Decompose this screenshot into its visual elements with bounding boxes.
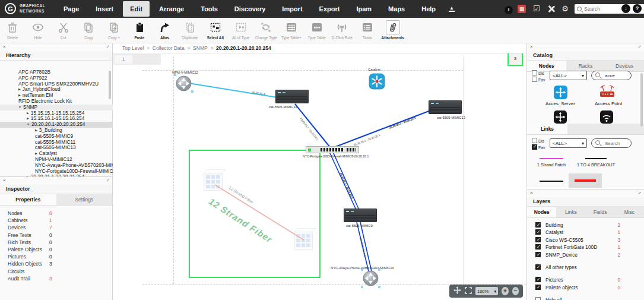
layer-count[interactable]: 0 bbox=[617, 276, 620, 283]
copy-button[interactable]: Copy bbox=[76, 18, 101, 43]
tree-item[interactable]: APC AP7802B bbox=[0, 70, 113, 75]
menu-maps[interactable]: Maps bbox=[381, 1, 412, 17]
catalog-search[interactable] bbox=[591, 71, 632, 80]
links-search-input[interactable] bbox=[604, 140, 627, 147]
type-table-button[interactable]: Type Table bbox=[304, 18, 329, 43]
attachments-button[interactable]: Attachments bbox=[380, 18, 405, 43]
count-value[interactable]: 6 bbox=[49, 210, 52, 217]
hierarchy-scrollbar[interactable] bbox=[109, 71, 111, 99]
tab-links[interactable]: Links bbox=[527, 124, 567, 134]
download-icon[interactable]: ↓ bbox=[621, 4, 630, 13]
display-checkbox[interactable]: Dis bbox=[532, 70, 544, 75]
tree-item-snmp[interactable]: SNMP bbox=[0, 105, 113, 110]
count-value[interactable]: 1 bbox=[49, 217, 52, 224]
delete-button[interactable]: Delete bbox=[0, 18, 26, 43]
tree-item[interactable]: 3_Building bbox=[0, 128, 113, 134]
favorites-checkbox[interactable]: Fav bbox=[532, 144, 545, 150]
layer-checkbox[interactable] bbox=[535, 229, 541, 235]
menu-arrange[interactable]: Arrange bbox=[152, 1, 191, 17]
layer-checkbox[interactable] bbox=[535, 264, 541, 270]
link-swatch-partial-red[interactable] bbox=[575, 179, 596, 182]
layer-checkbox[interactable] bbox=[535, 297, 541, 300]
tree-item[interactable]: NYC-Fortigate100D-Firewall-MIMIC8-20.20.… bbox=[0, 169, 113, 175]
display-checkbox[interactable]: Dis bbox=[532, 138, 544, 143]
layer-count[interactable]: 0 bbox=[617, 284, 620, 291]
selection-count-badge[interactable]: 3 bbox=[507, 52, 523, 66]
layer-count[interactable]: 1 bbox=[617, 244, 620, 251]
tab-layers-fields[interactable]: Fields bbox=[586, 207, 615, 217]
close-icon[interactable]: × bbox=[3, 178, 6, 183]
tree-item[interactable]: NYC-Avaya-Phone-AVB570203-MIMIC10 bbox=[0, 163, 113, 169]
menu-help[interactable]: Help bbox=[414, 1, 443, 17]
selection-handle[interactable] bbox=[191, 90, 193, 93]
menu-insert[interactable]: Insert bbox=[88, 1, 120, 17]
tree-item[interactable]: APC AP7922 bbox=[0, 75, 113, 81]
layer-count[interactable]: 3 bbox=[617, 236, 620, 244]
router-node-npm[interactable] bbox=[176, 75, 192, 94]
alias-button[interactable]: Alias bbox=[152, 18, 177, 43]
tree-item[interactable]: cat-5505-MIMIC11 bbox=[0, 140, 113, 146]
tree-item[interactable]: NPM-V-MIMIC12 bbox=[0, 157, 113, 163]
layer-checkbox[interactable] bbox=[535, 237, 541, 242]
zoom-out-button[interactable]: − bbox=[512, 287, 519, 295]
menu-import[interactable]: Import bbox=[275, 1, 309, 17]
zoom-level-select[interactable]: 100%▾ bbox=[475, 287, 498, 295]
tree-item[interactable]: 15.15.15.1-15.15.15.254 bbox=[0, 110, 113, 116]
tab-devices[interactable]: Devices bbox=[605, 61, 644, 71]
catalog-scrollbar[interactable] bbox=[640, 73, 643, 127]
tree-item[interactable]: netTerrain EM bbox=[0, 93, 113, 99]
menu-page[interactable]: Page bbox=[56, 1, 86, 17]
tab-layers-misc[interactable]: Misc bbox=[615, 207, 644, 217]
link-firewall-sw13[interactable] bbox=[332, 109, 435, 148]
links-search[interactable] bbox=[591, 138, 632, 148]
pan-icon[interactable] bbox=[453, 286, 461, 296]
help-icon[interactable]: ? bbox=[633, 4, 642, 13]
layer-count[interactable]: 2 bbox=[617, 251, 620, 258]
close-icon[interactable]: × bbox=[530, 190, 533, 195]
layer-checkbox[interactable] bbox=[535, 252, 541, 257]
breadcrumb-collector-data[interactable]: Collector Data bbox=[144, 45, 184, 51]
zoom-in-button[interactable]: + bbox=[502, 287, 508, 295]
user-status-icon[interactable]: ‖ bbox=[504, 5, 513, 14]
close-icon[interactable]: × bbox=[530, 44, 533, 49]
catalyst-node[interactable] bbox=[369, 73, 385, 92]
menu-ipam[interactable]: Ipam bbox=[349, 1, 379, 17]
tab-properties[interactable]: Properties bbox=[0, 194, 56, 205]
favorites-checkbox[interactable]: Fav bbox=[532, 77, 545, 82]
switch-node-sw13[interactable] bbox=[429, 100, 462, 114]
layer-checkbox[interactable] bbox=[535, 244, 541, 250]
resize-icon[interactable]: ↕ bbox=[105, 178, 110, 183]
firewall-node[interactable] bbox=[306, 146, 359, 153]
selection-handle[interactable] bbox=[174, 74, 176, 76]
count-value[interactable]: 3 bbox=[49, 275, 52, 282]
tree-item[interactable]: APC Smart-UPS SMX2200RMHV2U bbox=[0, 81, 113, 87]
fit-to-page-icon[interactable] bbox=[465, 286, 472, 296]
catalog-item-access-point[interactable] bbox=[598, 84, 616, 102]
dclick-rule-button[interactable]: D-Click Rule bbox=[329, 18, 355, 43]
select-all-button[interactable]: Select All bbox=[203, 18, 229, 43]
selection-handle[interactable] bbox=[361, 269, 363, 271]
tasks-button[interactable]: Tasks bbox=[355, 18, 380, 43]
tree-item[interactable]: Catalyst bbox=[0, 151, 113, 157]
paste-button[interactable]: Paste bbox=[126, 18, 152, 43]
tab-settings[interactable]: Settings bbox=[56, 194, 113, 205]
router-node-phone[interactable] bbox=[363, 270, 379, 289]
close-icon[interactable]: × bbox=[3, 44, 6, 49]
catalog-item-access-server[interactable] bbox=[553, 85, 568, 102]
page-number-tab[interactable]: 1 bbox=[115, 55, 132, 64]
layer-checkbox[interactable] bbox=[535, 222, 541, 228]
selection-handle[interactable] bbox=[378, 269, 380, 271]
link-swatch-breakout[interactable] bbox=[585, 158, 607, 159]
switch-node-sw11[interactable] bbox=[275, 90, 309, 103]
link-sw11-firewall[interactable] bbox=[295, 104, 331, 148]
hide-button[interactable]: Hide bbox=[26, 18, 51, 43]
tab-racks[interactable]: Racks bbox=[566, 61, 605, 71]
tree-item[interactable]: RFID Electronic Lock Kit bbox=[0, 99, 113, 105]
selection-rectangle[interactable] bbox=[189, 150, 321, 278]
tab-layers-links[interactable]: Links bbox=[556, 207, 585, 217]
switch-node-sw9[interactable] bbox=[344, 209, 377, 222]
change-type-button[interactable]: Change Type bbox=[253, 18, 279, 43]
resize-icon[interactable]: ↕ bbox=[637, 190, 642, 195]
resize-icon[interactable]: ↕ bbox=[105, 44, 110, 49]
all-of-type-button[interactable]: All of Type bbox=[228, 18, 253, 43]
